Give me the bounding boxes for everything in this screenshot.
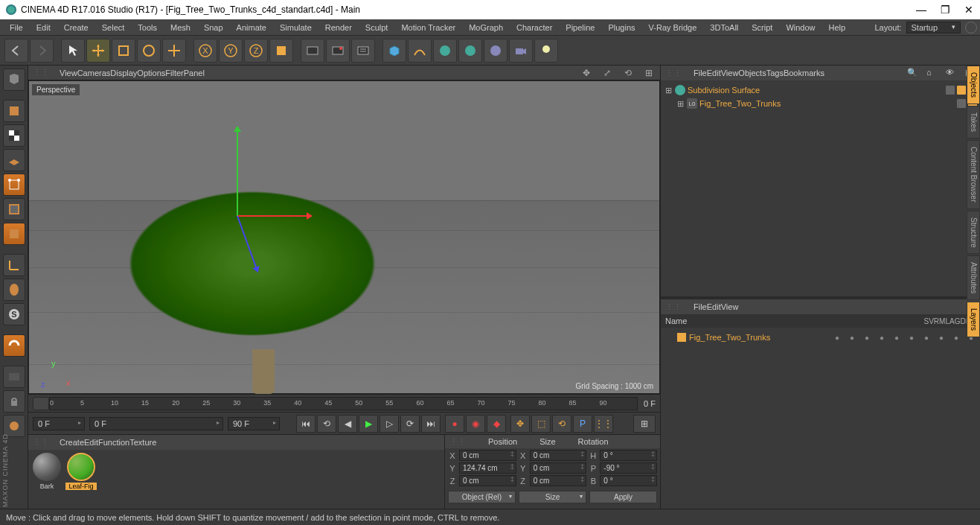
layer-row[interactable]: Fig_Tree_Two_Trunks●●●●●●●●●● [664,331,977,344]
layer-cell[interactable]: ● [861,334,873,342]
timeline[interactable]: 051015202530354045505560657075808590 0 F [28,394,660,412]
menu-sculpt[interactable]: Sculpt [359,21,395,34]
size-Z-field[interactable]: 0 cm [530,475,587,486]
material-leaf-fig[interactable]: Leaf-Fig [65,453,97,506]
objmenu-file[interactable]: File [694,69,707,77]
laymenu-edit[interactable]: Edit [707,302,721,311]
layer-cell[interactable]: ● [920,334,932,342]
add-spline[interactable] [408,39,432,63]
soft-selection[interactable] [3,334,25,357]
prev-key-button[interactable]: ⟲ [317,415,336,433]
key-pla-button[interactable]: ⋮⋮ [594,415,613,433]
timeline-marker-icon[interactable] [33,397,49,410]
coord-apply-button[interactable]: Apply [589,491,657,503]
frame-slider-end[interactable]: 90 F [228,417,280,430]
scale-tool[interactable] [112,39,135,63]
texture-mode[interactable] [3,124,25,147]
layer-color-icon[interactable] [677,333,686,342]
vtab-structure[interactable]: Structure [967,211,980,255]
vtab-objects[interactable]: Objects [967,66,980,104]
layer-manager[interactable]: Fig_Tree_Two_Trunks●●●●●●●●●● [661,328,980,509]
key-pos-button[interactable]: ✥ [510,415,530,433]
menu-mograph[interactable]: MoGraph [462,21,510,34]
obj-eye-icon[interactable]: 👁 [946,68,956,78]
layer-cell[interactable]: ● [935,334,947,342]
object-manager[interactable]: ⊞Subdivision Surface✓⊞L0Fig_Tree_Two_Tru… [661,80,980,296]
key-scale-button[interactable]: ⬚ [531,415,551,433]
vtab-content-browser[interactable]: Content Browser [967,140,980,209]
move-tool[interactable] [86,39,110,63]
menu-edit[interactable]: Edit [30,21,57,34]
point-mode[interactable] [3,174,25,196]
key-rot-button[interactable]: ⟲ [552,415,571,433]
vp-layout-icon[interactable]: ⊞ [645,68,656,78]
close-button[interactable]: ✕ [964,4,974,15]
rot-B-field[interactable]: 0 ° [600,475,657,486]
menu-simulate[interactable]: Simulate [273,21,318,34]
y-axis-lock[interactable]: Y [219,39,243,63]
menu-tools[interactable]: Tools [131,21,164,34]
layer-col-D[interactable]: D [960,317,965,325]
vpmenu-options[interactable]: Options [137,69,165,77]
play-button[interactable]: ▶ [359,415,378,433]
layer-tag[interactable] [957,99,966,108]
pos-X-field[interactable]: 0 cm [459,450,516,461]
redo-button[interactable] [30,39,54,63]
timeline-open-button[interactable]: ⊞ [633,415,656,433]
vpmenu-display[interactable]: Display [110,69,137,77]
snap-toggle[interactable]: S [3,303,25,325]
coord-mode-dropdown[interactable]: Object (Rel) [448,491,516,503]
polygon-mode[interactable] [3,223,25,245]
vtab-takes[interactable]: Takes [967,106,980,139]
pos-Z-field[interactable]: 0 cm [459,475,516,486]
objmenu-tags[interactable]: Tags [766,69,784,77]
size-X-field[interactable]: 0 cm [530,450,587,461]
autokey-button[interactable]: ◉ [466,415,485,433]
menu-select[interactable]: Select [95,21,132,34]
layer-name[interactable]: Fig_Tree_Two_Trunks [689,333,828,342]
record-button[interactable]: ● [445,415,464,433]
objmenu-bookmarks[interactable]: Bookmarks [784,69,824,77]
layer-cell[interactable]: ● [906,334,917,342]
frame-start-field[interactable]: 0 F [33,417,85,430]
frame-slider-start[interactable]: 0 F [89,417,223,430]
render-view[interactable] [301,39,324,63]
matmenu-function[interactable]: Function [98,438,129,447]
rot-H-field[interactable]: 0 ° [600,450,657,461]
timeline-ruler[interactable]: 051015202530354045505560657075808590 [49,397,638,410]
vpmenu-cameras[interactable]: Cameras [77,69,111,77]
layer-col-A[interactable]: A [949,317,955,325]
undo-button[interactable] [4,39,28,63]
vtab-layers[interactable]: Layers [967,302,980,337]
objmenu-edit[interactable]: Edit [707,69,721,77]
edge-mode[interactable] [3,198,25,220]
menu-v-ray-bridge[interactable]: V-Ray Bridge [642,21,704,34]
select-tool[interactable] [61,39,85,63]
last-tool[interactable] [162,39,186,63]
axis-mode[interactable] [3,254,25,276]
menu-3dtoall[interactable]: 3DToAll [703,21,745,34]
menu-character[interactable]: Character [510,21,559,34]
make-editable[interactable] [3,69,25,91]
menu-animate[interactable]: Animate [230,21,273,34]
laymenu-file[interactable]: File [694,302,707,311]
layer-col-R[interactable]: R [934,317,939,325]
layer-cell[interactable]: ● [876,334,888,342]
vpmenu-view[interactable]: View [60,69,77,77]
next-frame-button[interactable]: ▷ [379,415,399,433]
vp-zoom-icon[interactable]: ⤢ [603,68,614,78]
size-Y-field[interactable]: 0 cm [530,462,587,474]
layer-tag[interactable] [946,86,955,95]
search-icon[interactable] [965,22,977,34]
add-cube[interactable] [382,39,406,63]
menu-file[interactable]: File [3,21,30,34]
viewport-lock[interactable] [3,390,25,413]
layer-col-V[interactable]: V [929,317,934,325]
add-generator[interactable] [433,39,457,63]
object-name[interactable]: Fig_Tree_Two_Trunks [699,99,955,108]
goto-start-button[interactable]: ⏮ [296,415,316,433]
matmenu-texture[interactable]: Texture [129,438,156,447]
pos-Y-field[interactable]: 124.74 cm [459,462,516,474]
tweak-mode[interactable] [3,279,25,301]
menu-snap[interactable]: Snap [197,21,230,34]
